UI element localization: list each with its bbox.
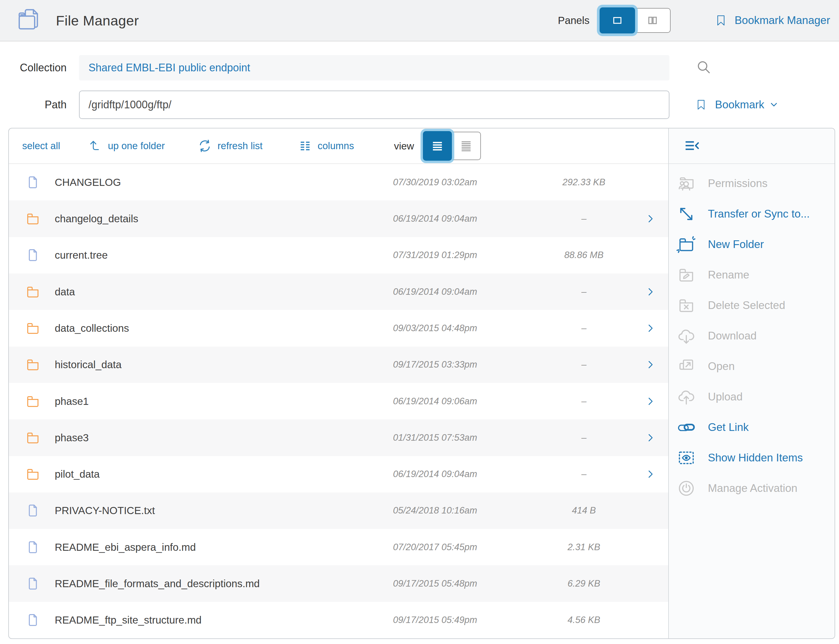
- folder-name: historical_data: [55, 359, 393, 371]
- file-icon: [25, 247, 41, 263]
- panels-single-button[interactable]: [599, 7, 635, 33]
- file-row[interactable]: README_file_formats_and_descriptions.md …: [9, 565, 668, 602]
- up-one-folder-button[interactable]: up one folder: [88, 139, 165, 153]
- folder-modified: 06/19/2014 09:04am: [393, 286, 535, 297]
- folder-name: phase3: [55, 432, 393, 444]
- path-label: Path: [45, 99, 67, 111]
- view-compact-button[interactable]: [452, 132, 481, 160]
- folder-modified: 06/19/2014 09:04am: [393, 214, 535, 224]
- file-icon: [25, 539, 41, 555]
- select-all-label: select all: [22, 140, 60, 151]
- file-modified: 09/17/2015 05:48pm: [393, 578, 535, 589]
- open-folder-chevron[interactable]: [633, 212, 668, 225]
- bookmark-dropdown-label: Bookmark: [715, 99, 764, 111]
- collection-field[interactable]: Shared EMBL-EBI public endpoint: [79, 55, 670, 80]
- folder-modified: 09/03/2015 04:48pm: [393, 323, 535, 334]
- file-row[interactable]: PRIVACY-NOTICE.txt 05/24/2018 10:16am 41…: [9, 493, 668, 529]
- view-list-button[interactable]: [423, 131, 452, 161]
- folder-modified: 06/19/2014 09:04am: [393, 469, 535, 480]
- app-header: File Manager Panels Bookmark Manager: [0, 0, 839, 41]
- folder-row[interactable]: data 06/19/2014 09:04am –: [9, 273, 668, 310]
- actions-sidebar: Permissions Transfer or Sync to... New F…: [668, 128, 834, 638]
- sidebar-item-get-link[interactable]: Get Link: [669, 412, 834, 442]
- file-row[interactable]: current.tree 07/31/2019 01:29pm 88.86 MB: [9, 237, 668, 273]
- folder-icon: [25, 284, 41, 299]
- refresh-icon: [197, 138, 212, 153]
- sidebar-item-open: Open: [669, 351, 834, 381]
- open-folder-chevron[interactable]: [633, 431, 668, 444]
- folder-size: –: [535, 323, 633, 334]
- open-folder-chevron[interactable]: [633, 285, 668, 298]
- bookmark-dropdown[interactable]: Bookmark: [696, 97, 778, 112]
- file-rows: CHANGELOG 07/30/2019 03:02am 292.33 KB c…: [9, 164, 668, 638]
- chevron-right-icon: [645, 395, 655, 408]
- columns-icon: [298, 139, 312, 153]
- sidebar-item-label: Manage Activation: [708, 482, 797, 495]
- folder-name: phase1: [55, 395, 393, 407]
- folder-row[interactable]: phase3 01/31/2015 07:53am –: [9, 419, 668, 456]
- upload-icon: [676, 387, 696, 407]
- up-one-folder-icon: [88, 139, 102, 153]
- file-size: 4.56 KB: [535, 615, 633, 625]
- folder-row[interactable]: phase1 06/19/2014 09:06am –: [9, 383, 668, 419]
- file-modified: 07/31/2019 01:29pm: [393, 250, 535, 260]
- folder-name: data: [55, 286, 393, 298]
- bookmark-manager-link[interactable]: Bookmark Manager: [715, 13, 830, 28]
- file-icon: [25, 175, 41, 190]
- folder-row[interactable]: pilot_data 06/19/2014 09:04am –: [9, 456, 668, 493]
- columns-button[interactable]: columns: [298, 139, 354, 153]
- folder-icon: [25, 320, 41, 336]
- file-row[interactable]: README_ftp_site_structure.md 09/17/2015 …: [9, 602, 668, 638]
- file-size: 88.86 MB: [535, 250, 633, 260]
- refresh-list-button[interactable]: refresh list: [197, 138, 263, 153]
- folder-name: changelog_details: [55, 213, 393, 225]
- sidebar-item-label: Get Link: [708, 421, 749, 434]
- chevron-right-icon: [645, 358, 655, 371]
- rename-icon: [676, 265, 696, 285]
- file-icon: [25, 503, 41, 518]
- folder-modified: 01/31/2015 07:53am: [393, 432, 535, 443]
- file-modified: 07/20/2017 05:45pm: [393, 542, 535, 552]
- new-folder-icon: [676, 234, 696, 255]
- folder-row[interactable]: data_collections 09/03/2015 04:48pm –: [9, 310, 668, 346]
- sidebar-item-show-hidden-items[interactable]: Show Hidden Items: [669, 442, 834, 473]
- panels-label: Panels: [558, 15, 589, 26]
- file-modified: 09/17/2015 05:49pm: [393, 615, 535, 625]
- collapse-sidebar-button[interactable]: [681, 138, 703, 154]
- delete-icon: [676, 296, 696, 315]
- refresh-list-label: refresh list: [218, 140, 263, 151]
- open-folder-chevron[interactable]: [633, 395, 668, 408]
- folder-row[interactable]: historical_data 09/17/2015 03:33pm –: [9, 347, 668, 383]
- transfer-icon: [676, 204, 696, 224]
- folder-icon: [25, 394, 41, 409]
- folder-modified: 06/19/2014 09:06am: [393, 396, 535, 407]
- file-size: 414 B: [535, 505, 633, 516]
- search-button[interactable]: [696, 59, 712, 77]
- open-folder-chevron[interactable]: [633, 322, 668, 335]
- chevron-right-icon: [645, 212, 655, 225]
- folder-size: –: [535, 214, 633, 224]
- folder-modified: 09/17/2015 03:33pm: [393, 359, 535, 370]
- path-input[interactable]: [79, 90, 670, 119]
- sidebar-item-transfer-or-sync[interactable]: Transfer or Sync to...: [669, 199, 834, 229]
- sidebar-item-label: Download: [708, 330, 757, 342]
- open-folder-chevron[interactable]: [633, 468, 668, 481]
- open-folder-chevron[interactable]: [633, 358, 668, 371]
- file-row[interactable]: CHANGELOG 07/30/2019 03:02am 292.33 KB: [9, 164, 668, 200]
- panels-dual-button[interactable]: [635, 8, 671, 33]
- file-list-panel: select all up one folder refresh list co…: [9, 128, 668, 638]
- file-row[interactable]: README_ebi_aspera_info.md 07/20/2017 05:…: [9, 529, 668, 565]
- select-all-button[interactable]: select all: [22, 140, 60, 151]
- file-name: README_ftp_site_structure.md: [55, 614, 393, 626]
- sidebar-item-label: Upload: [708, 391, 742, 403]
- sidebar-header: [669, 128, 834, 164]
- sidebar-item-manage-activation: Manage Activation: [669, 473, 834, 503]
- sidebar-item-new-folder[interactable]: New Folder: [669, 229, 834, 260]
- collection-label: Collection: [20, 62, 67, 74]
- list-view-icon: [429, 138, 446, 154]
- bookmark-icon: [715, 13, 727, 28]
- folder-row[interactable]: changelog_details 06/19/2014 09:04am –: [9, 200, 668, 237]
- list-toolbar: select all up one folder refresh list co…: [9, 128, 668, 164]
- dual-panel-icon: [645, 12, 660, 28]
- sidebar-item-rename: Rename: [669, 260, 834, 290]
